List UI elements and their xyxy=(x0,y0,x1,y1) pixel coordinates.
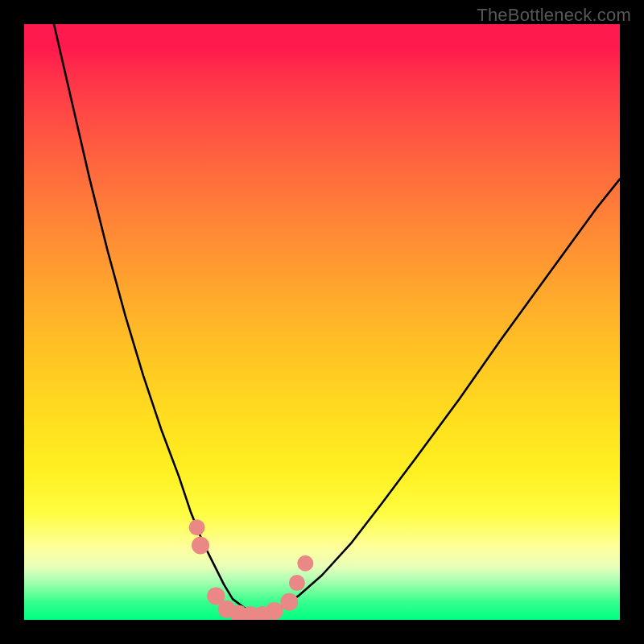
plot-area xyxy=(24,24,620,620)
marker-dot xyxy=(189,519,205,535)
chart-container: TheBottleneck.com xyxy=(0,0,644,644)
marker-dot xyxy=(266,602,283,620)
bottleneck-curve-path xyxy=(54,24,620,613)
marker-group xyxy=(189,519,314,620)
marker-dot xyxy=(289,575,305,591)
bottleneck-curve xyxy=(54,24,620,613)
curve-layer xyxy=(24,24,620,620)
marker-dot xyxy=(297,555,313,572)
watermark-text: TheBottleneck.com xyxy=(477,5,631,26)
marker-dot xyxy=(192,537,209,555)
marker-dot xyxy=(280,593,298,611)
